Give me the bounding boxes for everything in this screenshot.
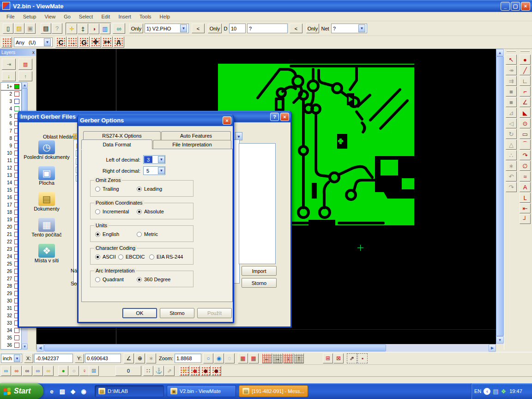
chevron-down-icon[interactable]: ▼ (158, 167, 165, 174)
pad-select-icon[interactable]: ◆ (211, 366, 221, 376)
highlight-off-icon[interactable]: ○ (69, 366, 79, 376)
polyline-tool-icon[interactable]: ∟ (520, 76, 531, 86)
chevron-down-icon[interactable]: ▼ (180, 24, 187, 32)
view-pads-icon[interactable]: ∞ (1, 366, 11, 376)
minimize-button[interactable]: _ (501, 2, 510, 11)
anchor-icon[interactable]: ⚓ (154, 366, 164, 376)
notes-tray-icon[interactable]: ▤ (493, 388, 498, 395)
prev-dcode-button[interactable]: < (290, 24, 302, 33)
firefox-icon[interactable]: ◉ (79, 387, 88, 396)
layers-panel-header[interactable]: Layers x (0, 49, 36, 56)
layer-combo[interactable]: 1) V2.PHO ▼ (145, 24, 189, 33)
folder-launch-icon[interactable]: ▨ (58, 387, 67, 396)
chevron-down-icon[interactable]: ▼ (358, 24, 365, 32)
pan-left-icon[interactable]: ← (262, 353, 272, 363)
drag-handle[interactable] (507, 50, 516, 52)
corner-tool-icon[interactable]: ┘ (520, 214, 531, 224)
x-coordinate-label[interactable]: X: (24, 354, 33, 363)
undo-icon[interactable]: ↶ (506, 171, 517, 181)
film-colors-icon[interactable]: ▥ (100, 24, 110, 34)
menu-item[interactable]: Edit (97, 13, 114, 20)
transform-move-icon[interactable]: ↠ (506, 65, 517, 75)
select-tool-icon[interactable]: ↖ (506, 54, 517, 65)
angle-arc-tool-icon[interactable]: ∠ (520, 97, 531, 107)
goto-ref-icon[interactable]: ↦ (102, 36, 113, 48)
language-indicator[interactable]: EN (474, 388, 481, 394)
film-c-icon[interactable]: ◑ (89, 24, 99, 34)
text-a-icon[interactable]: A (113, 36, 124, 48)
label-tool-icon[interactable]: L (520, 193, 531, 203)
rectangle-tool-icon[interactable]: ▭ (520, 129, 531, 139)
angle-measure-icon[interactable]: ∠ (124, 353, 134, 363)
highlight-on-icon[interactable]: ● (58, 366, 68, 376)
ellipse-tool-icon[interactable]: ∅ (520, 161, 531, 171)
snap-grid-icon[interactable]: ∷ (143, 366, 153, 376)
menu-item[interactable]: Help (156, 13, 174, 20)
taskbar-task[interactable]: ▤ [191-482-091] - Mess... (239, 385, 308, 397)
text-tool-icon[interactable]: A (520, 182, 531, 192)
circle-tool-icon[interactable]: ⊙ (520, 118, 531, 128)
radio-absolute[interactable] (137, 209, 142, 214)
layer-color-swatch[interactable] (14, 343, 19, 348)
taskbar-task[interactable]: ▨ D:\MLAB (95, 385, 164, 397)
flash-mode-icon[interactable]: ☀ (179, 366, 189, 376)
places-bar-item[interactable]: ▦ Tento počítač (23, 218, 71, 237)
scrollbar-thumb[interactable] (44, 345, 386, 351)
chevron-down-icon[interactable]: ▼ (44, 38, 51, 46)
only-dcode-button[interactable]: Only (208, 24, 222, 33)
unit-combo[interactable]: inch ▼ (1, 354, 22, 363)
arc-tool-icon[interactable]: ↷ (520, 150, 531, 160)
pad-special-icon[interactable]: ◆ (200, 366, 211, 376)
clock[interactable]: 19:47 (509, 388, 522, 394)
import-button[interactable]: Import (242, 266, 277, 276)
mirror-vertical-icon[interactable]: ⊿ (506, 108, 517, 118)
app-launch-icon[interactable]: ◆ (68, 387, 78, 396)
radio-trailing[interactable] (95, 187, 100, 192)
scroll-down-icon[interactable]: ▼ (22, 344, 28, 350)
app-titlebar[interactable]: V2.bin - ViewMate _ ▢ × (0, 0, 532, 12)
rotate-icon[interactable]: ↻ (506, 129, 517, 139)
tray-chevron-icon[interactable]: ‹ (484, 388, 490, 395)
scroll-up-icon[interactable]: ▲ (22, 82, 28, 88)
layer-swap-button[interactable]: ⇥ (2, 59, 16, 70)
menu-item[interactable]: Go (60, 13, 74, 20)
new-file-icon[interactable]: ▯ (3, 23, 13, 34)
layer-up-button[interactable]: ↑ (18, 71, 32, 81)
canvas-hscrollbar[interactable]: ◀ ▶ (36, 344, 496, 352)
zoom-out-grid-icon[interactable]: ⊞ (323, 353, 333, 363)
right-of-decimal-combo[interactable]: 5 ▼ (143, 166, 165, 175)
cancel-button[interactable]: Storno (160, 308, 194, 318)
only-net-button[interactable]: Only (306, 24, 319, 33)
dcode-tool-icon[interactable]: ‡ (78, 24, 88, 34)
mirror-horizontal-icon[interactable]: ◁ (506, 118, 517, 128)
places-bar-item[interactable]: ▤ Dokumenty (23, 192, 71, 212)
radio-metric[interactable] (137, 232, 142, 237)
view-glasses-icon[interactable]: ∞ (113, 23, 125, 34)
dcode-input[interactable]: 10 (229, 24, 246, 33)
pan-right-icon[interactable]: → (272, 353, 283, 363)
zoom-select-icon[interactable]: ◌ (224, 353, 235, 363)
dcode-info-field[interactable]: ? (247, 24, 288, 33)
view-outline-icon[interactable]: ∞ (33, 366, 43, 376)
menu-item[interactable]: Tools (136, 13, 155, 20)
grid-toggle-icon[interactable]: ▦ (248, 353, 259, 363)
radio-ascii[interactable] (95, 254, 100, 260)
layer-row[interactable]: 3 (1, 97, 21, 105)
spiral-tool-icon[interactable]: ∗ (146, 353, 156, 363)
cancel-button[interactable]: Storno (242, 278, 277, 288)
radio-quadrant[interactable] (95, 277, 100, 282)
layer-row[interactable]: 35 (1, 334, 21, 341)
fill-polygon-icon[interactable]: ■ (506, 86, 517, 97)
flash-icon[interactable]: ✛ (90, 36, 101, 48)
maximize-button[interactable]: ▢ (511, 2, 520, 11)
menu-item[interactable]: Select (75, 13, 97, 20)
menu-item[interactable]: Setup (19, 13, 40, 20)
ie-icon[interactable]: e (47, 387, 56, 396)
pan-down-icon[interactable]: ↓ (283, 353, 293, 363)
ok-button[interactable]: OK (122, 308, 157, 318)
prev-layer-button[interactable]: < (192, 24, 205, 33)
scroll-up-icon[interactable]: ▲ (496, 49, 504, 56)
pad-tool-icon[interactable]: ● (520, 54, 531, 65)
locate-tool-icon[interactable]: ✛ (66, 24, 77, 34)
view-shapes-icon[interactable]: ∞ (22, 366, 32, 376)
